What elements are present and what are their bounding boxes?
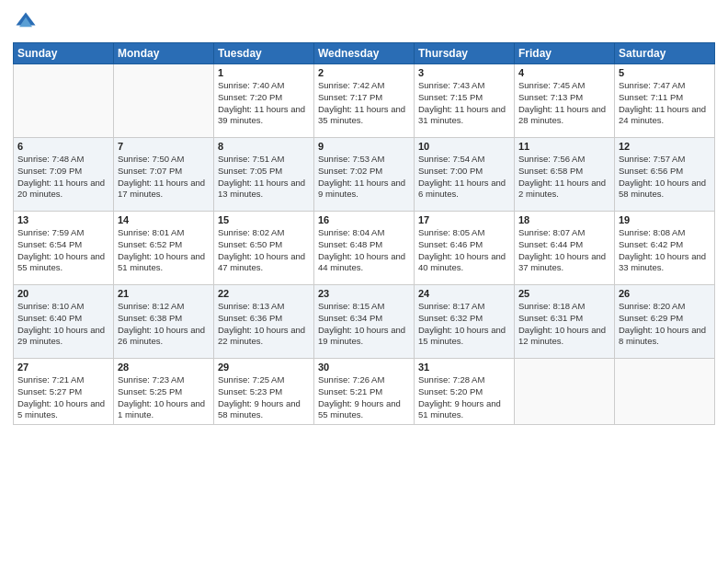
day-info: Sunrise: 7:48 AM Sunset: 7:09 PM Dayligh…: [17, 154, 109, 201]
calendar-week-row: 27Sunrise: 7:21 AM Sunset: 5:27 PM Dayli…: [14, 359, 715, 425]
weekday-header-thursday: Thursday: [415, 43, 515, 64]
day-info: Sunrise: 8:15 AM Sunset: 6:34 PM Dayligh…: [318, 301, 410, 348]
day-info: Sunrise: 7:21 AM Sunset: 5:27 PM Dayligh…: [17, 374, 109, 421]
calendar-week-row: 6Sunrise: 7:48 AM Sunset: 7:09 PM Daylig…: [14, 138, 715, 212]
weekday-header-tuesday: Tuesday: [214, 43, 314, 64]
weekday-header-saturday: Saturday: [615, 43, 715, 64]
calendar-cell: 16Sunrise: 8:04 AM Sunset: 6:48 PM Dayli…: [314, 212, 415, 285]
day-info: Sunrise: 8:04 AM Sunset: 6:48 PM Dayligh…: [318, 227, 410, 274]
calendar-cell: 18Sunrise: 8:07 AM Sunset: 6:44 PM Dayli…: [515, 212, 615, 285]
day-info: Sunrise: 8:17 AM Sunset: 6:32 PM Dayligh…: [418, 301, 510, 348]
calendar-cell: 12Sunrise: 7:57 AM Sunset: 6:56 PM Dayli…: [615, 138, 715, 212]
day-info: Sunrise: 8:20 AM Sunset: 6:29 PM Dayligh…: [619, 301, 711, 348]
day-info: Sunrise: 7:43 AM Sunset: 7:15 PM Dayligh…: [418, 80, 510, 127]
day-number: 1: [218, 67, 310, 78]
calendar-cell: 20Sunrise: 8:10 AM Sunset: 6:40 PM Dayli…: [14, 285, 114, 359]
calendar-cell: [114, 64, 214, 138]
day-number: 28: [118, 362, 210, 373]
day-info: Sunrise: 7:28 AM Sunset: 5:20 PM Dayligh…: [418, 374, 510, 421]
calendar-cell: 8Sunrise: 7:51 AM Sunset: 7:05 PM Daylig…: [214, 138, 314, 212]
day-info: Sunrise: 7:47 AM Sunset: 7:11 PM Dayligh…: [619, 80, 711, 127]
day-info: Sunrise: 7:57 AM Sunset: 6:56 PM Dayligh…: [619, 154, 711, 201]
day-info: Sunrise: 7:56 AM Sunset: 6:58 PM Dayligh…: [518, 154, 610, 201]
calendar-cell: [14, 64, 114, 138]
day-number: 17: [418, 214, 510, 225]
calendar-cell: 29Sunrise: 7:25 AM Sunset: 5:23 PM Dayli…: [214, 359, 314, 425]
day-number: 31: [418, 362, 510, 373]
calendar-week-row: 13Sunrise: 7:59 AM Sunset: 6:54 PM Dayli…: [14, 212, 715, 285]
day-info: Sunrise: 8:18 AM Sunset: 6:31 PM Dayligh…: [518, 301, 610, 348]
day-info: Sunrise: 8:02 AM Sunset: 6:50 PM Dayligh…: [218, 227, 310, 274]
day-number: 25: [518, 288, 610, 299]
day-number: 20: [17, 288, 109, 299]
weekday-header-friday: Friday: [515, 43, 615, 64]
day-number: 3: [418, 67, 510, 78]
day-number: 10: [418, 141, 510, 152]
calendar-cell: 3Sunrise: 7:43 AM Sunset: 7:15 PM Daylig…: [415, 64, 515, 138]
day-number: 11: [518, 141, 610, 152]
day-info: Sunrise: 8:12 AM Sunset: 6:38 PM Dayligh…: [118, 301, 210, 348]
calendar-cell: [615, 359, 715, 425]
weekday-header-row: SundayMondayTuesdayWednesdayThursdayFrid…: [14, 43, 715, 64]
calendar-cell: 27Sunrise: 7:21 AM Sunset: 5:27 PM Dayli…: [14, 359, 114, 425]
logo-icon: [13, 9, 39, 35]
calendar-cell: 25Sunrise: 8:18 AM Sunset: 6:31 PM Dayli…: [515, 285, 615, 359]
day-number: 5: [619, 67, 711, 78]
calendar-cell: 5Sunrise: 7:47 AM Sunset: 7:11 PM Daylig…: [615, 64, 715, 138]
calendar-cell: 6Sunrise: 7:48 AM Sunset: 7:09 PM Daylig…: [14, 138, 114, 212]
calendar-cell: 9Sunrise: 7:53 AM Sunset: 7:02 PM Daylig…: [314, 138, 415, 212]
day-number: 19: [619, 214, 711, 225]
calendar-cell: [515, 359, 615, 425]
day-info: Sunrise: 8:08 AM Sunset: 6:42 PM Dayligh…: [619, 227, 711, 274]
day-number: 9: [318, 141, 410, 152]
day-number: 16: [318, 214, 410, 225]
calendar-cell: 11Sunrise: 7:56 AM Sunset: 6:58 PM Dayli…: [515, 138, 615, 212]
calendar-cell: 14Sunrise: 8:01 AM Sunset: 6:52 PM Dayli…: [114, 212, 214, 285]
page: SundayMondayTuesdayWednesdayThursdayFrid…: [0, 0, 728, 563]
calendar: SundayMondayTuesdayWednesdayThursdayFrid…: [13, 42, 715, 425]
day-info: Sunrise: 7:50 AM Sunset: 7:07 PM Dayligh…: [118, 154, 210, 201]
day-number: 18: [518, 214, 610, 225]
day-number: 4: [518, 67, 610, 78]
calendar-week-row: 20Sunrise: 8:10 AM Sunset: 6:40 PM Dayli…: [14, 285, 715, 359]
weekday-header-monday: Monday: [114, 43, 214, 64]
day-info: Sunrise: 7:53 AM Sunset: 7:02 PM Dayligh…: [318, 154, 410, 201]
day-number: 15: [218, 214, 310, 225]
calendar-cell: 24Sunrise: 8:17 AM Sunset: 6:32 PM Dayli…: [415, 285, 515, 359]
day-info: Sunrise: 8:10 AM Sunset: 6:40 PM Dayligh…: [17, 301, 109, 348]
day-info: Sunrise: 8:05 AM Sunset: 6:46 PM Dayligh…: [418, 227, 510, 274]
calendar-cell: 28Sunrise: 7:23 AM Sunset: 5:25 PM Dayli…: [114, 359, 214, 425]
weekday-header-sunday: Sunday: [14, 43, 114, 64]
day-info: Sunrise: 7:54 AM Sunset: 7:00 PM Dayligh…: [418, 154, 510, 201]
calendar-cell: 15Sunrise: 8:02 AM Sunset: 6:50 PM Dayli…: [214, 212, 314, 285]
day-number: 26: [619, 288, 711, 299]
day-info: Sunrise: 7:26 AM Sunset: 5:21 PM Dayligh…: [318, 374, 410, 421]
calendar-cell: 19Sunrise: 8:08 AM Sunset: 6:42 PM Dayli…: [615, 212, 715, 285]
day-info: Sunrise: 7:25 AM Sunset: 5:23 PM Dayligh…: [218, 374, 310, 421]
day-info: Sunrise: 7:59 AM Sunset: 6:54 PM Dayligh…: [17, 227, 109, 274]
calendar-cell: 7Sunrise: 7:50 AM Sunset: 7:07 PM Daylig…: [114, 138, 214, 212]
day-number: 21: [118, 288, 210, 299]
day-number: 8: [218, 141, 310, 152]
calendar-cell: 1Sunrise: 7:40 AM Sunset: 7:20 PM Daylig…: [214, 64, 314, 138]
day-info: Sunrise: 7:51 AM Sunset: 7:05 PM Dayligh…: [218, 154, 310, 201]
calendar-cell: 17Sunrise: 8:05 AM Sunset: 6:46 PM Dayli…: [415, 212, 515, 285]
day-number: 24: [418, 288, 510, 299]
day-number: 12: [619, 141, 711, 152]
day-info: Sunrise: 8:13 AM Sunset: 6:36 PM Dayligh…: [218, 301, 310, 348]
weekday-header-wednesday: Wednesday: [314, 43, 415, 64]
calendar-cell: 10Sunrise: 7:54 AM Sunset: 7:00 PM Dayli…: [415, 138, 515, 212]
day-info: Sunrise: 7:23 AM Sunset: 5:25 PM Dayligh…: [118, 374, 210, 421]
calendar-cell: 21Sunrise: 8:12 AM Sunset: 6:38 PM Dayli…: [114, 285, 214, 359]
day-info: Sunrise: 8:01 AM Sunset: 6:52 PM Dayligh…: [118, 227, 210, 274]
calendar-cell: 23Sunrise: 8:15 AM Sunset: 6:34 PM Dayli…: [314, 285, 415, 359]
calendar-week-row: 1Sunrise: 7:40 AM Sunset: 7:20 PM Daylig…: [14, 64, 715, 138]
day-info: Sunrise: 7:40 AM Sunset: 7:20 PM Dayligh…: [218, 80, 310, 127]
day-info: Sunrise: 8:07 AM Sunset: 6:44 PM Dayligh…: [518, 227, 610, 274]
calendar-cell: 26Sunrise: 8:20 AM Sunset: 6:29 PM Dayli…: [615, 285, 715, 359]
day-info: Sunrise: 7:45 AM Sunset: 7:13 PM Dayligh…: [518, 80, 610, 127]
day-number: 7: [118, 141, 210, 152]
day-number: 22: [218, 288, 310, 299]
calendar-cell: 4Sunrise: 7:45 AM Sunset: 7:13 PM Daylig…: [515, 64, 615, 138]
day-number: 13: [17, 214, 109, 225]
